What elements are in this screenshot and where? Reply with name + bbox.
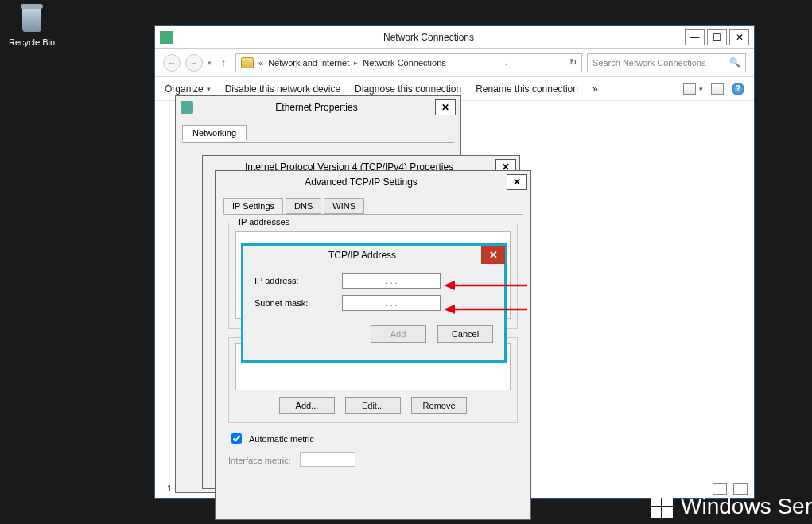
adv-close-button[interactable]: ✕: [507, 174, 527, 190]
modal-cancel-button[interactable]: Cancel: [437, 325, 493, 343]
windows-server-brand: Windows Ser: [651, 494, 812, 519]
status-icons: [713, 483, 748, 495]
automatic-metric-label: Automatic metric: [249, 434, 314, 444]
nav-up-button[interactable]: ↑: [216, 54, 231, 72]
breadcrumb-item-1[interactable]: Network and Internet: [268, 58, 349, 68]
refresh-button[interactable]: ↻: [569, 57, 577, 68]
subnet-mask-label: Subnet mask:: [254, 298, 342, 308]
breadcrumb-dropdown[interactable]: ⌄: [503, 59, 510, 67]
nav-forward-button[interactable]: →: [185, 54, 203, 72]
recycle-bin-icon[interactable]: Recycle Bin: [8, 4, 56, 47]
tab-dns[interactable]: DNS: [286, 198, 321, 214]
nav-history-chevron[interactable]: ▾: [208, 59, 212, 67]
ip-address-input[interactable]: . . .: [342, 273, 441, 289]
address-bar: ← → ▾ ↑ « Network and Internet ▸ Network…: [155, 49, 754, 77]
gw-edit-button[interactable]: Edit...: [345, 397, 401, 414]
recycle-bin-label: Recycle Bin: [8, 37, 56, 47]
interface-metric-input: [300, 452, 355, 467]
folder-icon: [241, 57, 254, 68]
more-commands[interactable]: »: [592, 83, 598, 95]
tab-wins[interactable]: WINS: [324, 198, 364, 214]
diagnose-button[interactable]: Diagnose this connection: [355, 83, 461, 95]
automatic-metric-checkbox[interactable]: [231, 433, 242, 444]
search-box[interactable]: Search Network Connections 🔍: [587, 53, 746, 72]
nc-window-icon: [160, 31, 173, 44]
interface-metric-row: Interface metric:: [228, 452, 518, 467]
nc-title: Network Connections: [173, 32, 685, 43]
large-icons-view-icon[interactable]: [733, 483, 748, 495]
nc-titlebar: Network Connections — ☐ ✕: [155, 26, 754, 49]
minimize-button[interactable]: —: [685, 29, 705, 45]
ip-addresses-legend: IP addresses: [235, 217, 293, 227]
close-button[interactable]: ✕: [729, 29, 749, 45]
organize-menu[interactable]: Organize: [165, 83, 204, 95]
interface-metric-label: Interface metric:: [228, 456, 291, 465]
adv-title: Advanced TCP/IP Settings: [216, 177, 507, 188]
view-options-icon[interactable]: [683, 83, 696, 95]
details-view-icon[interactable]: [713, 483, 727, 495]
chevron-right-icon: ▸: [354, 59, 358, 67]
ip-address-label: IP address:: [254, 276, 342, 285]
modal-add-button[interactable]: Add: [371, 325, 426, 343]
gw-add-button[interactable]: Add...: [279, 397, 335, 414]
rename-button[interactable]: Rename this connection: [476, 83, 578, 95]
tab-ip-settings[interactable]: IP Settings: [223, 198, 283, 214]
bin-icon: [16, 4, 48, 36]
brand-text: Windows Ser: [681, 494, 812, 519]
breadcrumb[interactable]: « Network and Internet ▸ Network Connect…: [235, 53, 582, 72]
eth-close-button[interactable]: ✕: [435, 99, 456, 115]
search-placeholder: Search Network Connections: [592, 58, 705, 68]
gw-remove-button[interactable]: Remove: [411, 397, 467, 414]
breadcrumb-item-2[interactable]: Network Connections: [363, 58, 446, 68]
disable-device-button[interactable]: Disable this network device: [225, 83, 340, 95]
breadcrumb-prefix: «: [258, 58, 263, 68]
windows-logo-icon: [651, 495, 673, 518]
nav-back-button[interactable]: ←: [163, 54, 181, 72]
eth-tab-networking[interactable]: Networking: [182, 125, 247, 141]
eth-title: Ethernet Properties: [198, 102, 435, 113]
subnet-mask-input[interactable]: . . .: [342, 295, 441, 311]
modal-close-button[interactable]: ✕: [481, 246, 505, 264]
maximize-button[interactable]: ☐: [707, 29, 727, 45]
adapter-icon: [181, 101, 193, 114]
search-icon: 🔍: [729, 57, 740, 68]
modal-title: TCP/IP Address: [243, 250, 481, 261]
preview-pane-icon[interactable]: [711, 83, 724, 95]
tcpip-address-modal: TCP/IP Address ✕ IP address: . . . Subne…: [241, 243, 507, 363]
help-icon[interactable]: ?: [732, 83, 744, 95]
